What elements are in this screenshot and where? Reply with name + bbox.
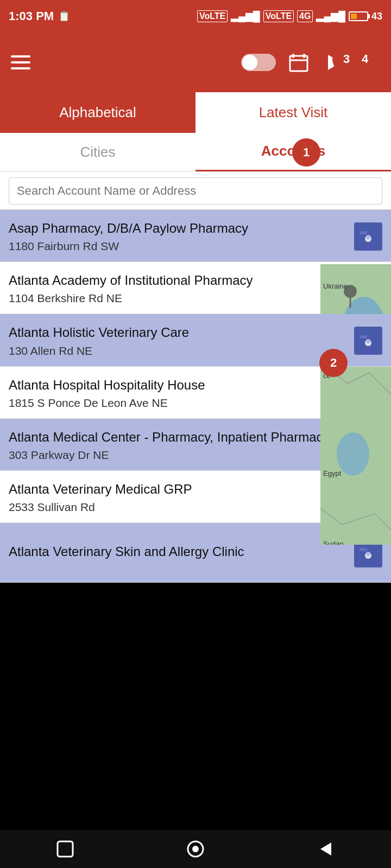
- tab-cities[interactable]: Cities: [0, 132, 195, 171]
- account-name: Atlanta Veterinary Medical GRP: [9, 481, 348, 497]
- svg-marker-55: [320, 843, 331, 856]
- svg-text:Ukraine: Ukraine: [323, 282, 348, 290]
- account-info: Atlanta Academy of Institutional Pharmac…: [9, 272, 348, 305]
- svg-rect-33: [360, 335, 367, 339]
- account-address: 130 Allen Rd NE: [9, 344, 348, 358]
- account-address: 303 Parkway Dr NE: [9, 449, 348, 462]
- sort-tab-latest-visit[interactable]: Latest Visit: [195, 92, 391, 133]
- volte-icon-2: VoLTE: [263, 10, 294, 22]
- svg-rect-49: [360, 548, 367, 551]
- status-bar: 1:03 PM 📋 VoLTE ▂▄▆█ VoLTE 4G ▂▄▆█ 43: [0, 0, 391, 33]
- battery-icon: [349, 11, 368, 21]
- search-input[interactable]: [9, 177, 382, 205]
- volte-icon: VoLTE: [197, 10, 228, 22]
- svg-text:Egypt: Egypt: [323, 469, 342, 477]
- menu-button[interactable]: [11, 55, 30, 69]
- list-item[interactable]: Asap Pharmacy, D/B/A Paylow Pharmacy 118…: [0, 210, 391, 262]
- badge-2: 2: [319, 349, 348, 377]
- account-name: Atlanta Medical Center - Pharmacy, Inpat…: [9, 429, 348, 445]
- nav-square-button[interactable]: [49, 833, 81, 865]
- account-name: Atlanta Academy of Institutional Pharmac…: [9, 272, 348, 289]
- svg-rect-0: [290, 56, 307, 71]
- svg-rect-52: [58, 841, 73, 857]
- account-name: Atlanta Holistic Veterinary Care: [9, 324, 348, 341]
- sort-tabs: Alphabetical Latest Visit: [0, 92, 391, 133]
- svg-text:Sudan: Sudan: [323, 540, 344, 545]
- svg-point-51: [366, 552, 370, 556]
- account-address: 1815 S Ponce De Leon Ave NE: [9, 397, 348, 410]
- notification-icon: 📋: [58, 10, 70, 22]
- svg-point-35: [366, 339, 370, 343]
- signal-bars-2: ▂▄▆█: [316, 10, 345, 22]
- search-bar: [0, 172, 391, 210]
- folder-icon: [354, 327, 382, 355]
- svg-point-54: [192, 846, 199, 852]
- toggle-switch[interactable]: [241, 54, 276, 71]
- folder-icon: [354, 222, 382, 251]
- content-area: Ukraine mania ce Egypt Sudan RC Zambia w…: [0, 172, 391, 583]
- svg-rect-2: [303, 54, 305, 58]
- badge-4: 4: [351, 45, 379, 73]
- account-info: Atlanta Holistic Veterinary Care 130 All…: [9, 324, 348, 357]
- nav-home-button[interactable]: [179, 833, 212, 865]
- nav-bar: [0, 830, 391, 868]
- account-info: Atlanta Veterinary Medical GRP 2533 Sull…: [9, 481, 348, 514]
- category-tabs: Cities Accounts 1: [0, 133, 391, 172]
- account-info: Atlanta Hospital Hospitality House 1815 …: [9, 376, 348, 410]
- account-info: Asap Pharmacy, D/B/A Paylow Pharmacy 118…: [9, 220, 348, 253]
- account-name: Asap Pharmacy, D/B/A Paylow Pharmacy: [9, 220, 348, 237]
- account-name: Atlanta Hospital Hospitality House: [9, 376, 348, 393]
- account-address: 1180 Fairburn Rd SW: [9, 240, 348, 253]
- map-background: Ukraine mania ce Egypt Sudan RC Zambia w…: [320, 264, 391, 545]
- list-item[interactable]: Atlanta Holistic Veterinary Care 130 All…: [0, 314, 391, 366]
- account-info: Atlanta Veterinary Skin and Allergy Clin…: [9, 543, 348, 563]
- app-bar: 3 4: [0, 33, 391, 92]
- badge-1: 1: [292, 138, 320, 167]
- sort-tab-alphabetical[interactable]: Alphabetical: [0, 92, 195, 133]
- time-display: 1:03 PM: [9, 9, 54, 23]
- svg-rect-1: [292, 54, 294, 58]
- nav-back-button[interactable]: [310, 833, 342, 865]
- account-info: Atlanta Medical Center - Pharmacy, Inpat…: [9, 429, 348, 462]
- account-address: 2533 Sullivan Rd: [9, 501, 348, 514]
- account-name: Atlanta Veterinary Skin and Allergy Clin…: [9, 543, 348, 560]
- battery-percent: 43: [371, 11, 382, 22]
- calendar-button[interactable]: [287, 50, 311, 74]
- signal-bars-1: ▂▄▆█: [231, 10, 260, 22]
- svg-rect-25: [360, 231, 367, 234]
- svg-point-10: [337, 432, 369, 476]
- account-address: 1104 Berkshire Rd NE: [9, 292, 348, 305]
- svg-point-27: [366, 235, 370, 239]
- network-4g: 4G: [297, 10, 313, 22]
